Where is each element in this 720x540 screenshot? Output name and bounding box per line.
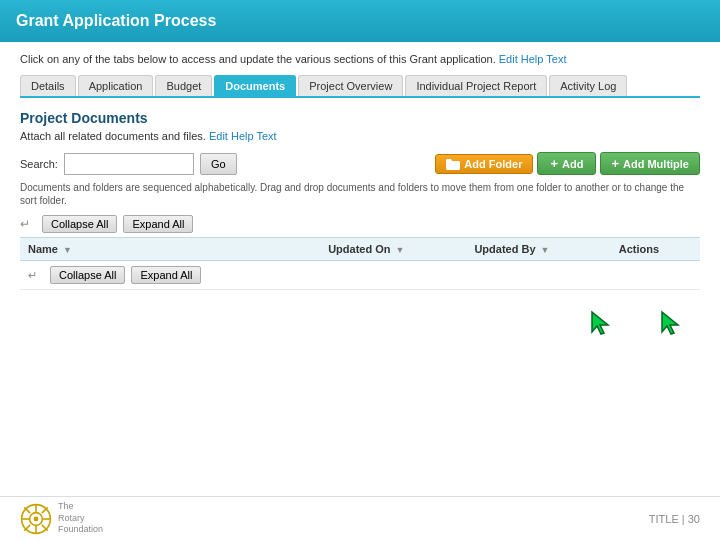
expand-all-button-row[interactable]: Expand All (131, 266, 201, 284)
add-folder-button[interactable]: Add Folder (435, 154, 533, 175)
page-title: Grant Application Process (16, 12, 216, 30)
tab-project-overview[interactable]: Project Overview (298, 75, 403, 96)
tab-navigation: Details Application Budget Documents Pro… (20, 75, 700, 98)
col-updated-on[interactable]: Updated On ▼ (320, 238, 466, 261)
add-multiple-icon: + (611, 156, 619, 171)
search-left: Search: Go (20, 153, 237, 175)
expand-all-button-top[interactable]: Expand All (123, 215, 193, 233)
add-icon: + (550, 156, 558, 171)
tab-budget[interactable]: Budget (155, 75, 212, 96)
drag-note: Documents and folders are sequenced alph… (20, 181, 700, 207)
col-actions: Actions (611, 238, 700, 261)
updated-on-sort-icon: ▼ (396, 245, 405, 255)
documents-table: Name ▼ Updated On ▼ Updated By ▼ Actions (20, 237, 700, 290)
collapse-row-top: ↵ Collapse All Expand All (20, 215, 700, 233)
collapse-all-button-row[interactable]: Collapse All (50, 266, 125, 284)
section-subtitle: Attach all related documents and files. … (20, 130, 700, 142)
tab-individual-project-report[interactable]: Individual Project Report (405, 75, 547, 96)
col-updated-by[interactable]: Updated By ▼ (466, 238, 610, 261)
table-row: ↵ Collapse All Expand All (20, 261, 700, 290)
footer: The Rotary Foundation TITLE | 30 (0, 496, 720, 540)
page-header: Grant Application Process (0, 0, 720, 42)
rotary-logo: The Rotary Foundation (20, 501, 103, 536)
slide-number: TITLE | 30 (649, 513, 700, 525)
instruction-edit-link[interactable]: Edit Help Text (499, 53, 567, 65)
tab-activity-log[interactable]: Activity Log (549, 75, 627, 96)
tab-application[interactable]: Application (78, 75, 154, 96)
col-name[interactable]: Name ▼ (20, 238, 320, 261)
svg-point-2 (34, 516, 39, 521)
section-title: Project Documents (20, 110, 700, 126)
collapse-all-button-top[interactable]: Collapse All (42, 215, 117, 233)
action-buttons: Add Folder + Add + Add Multiple (435, 152, 700, 175)
indent-icon: ↵ (20, 217, 36, 231)
go-button[interactable]: Go (200, 153, 237, 175)
tab-details[interactable]: Details (20, 75, 76, 96)
row-indent-icon: ↵ (28, 269, 44, 282)
section-edit-link[interactable]: Edit Help Text (209, 130, 277, 142)
rotary-wheel-icon (20, 503, 52, 535)
add-multiple-button[interactable]: + Add Multiple (600, 152, 700, 175)
search-row: Search: Go Add Folder + Add + Add Multip… (20, 152, 700, 175)
add-button[interactable]: + Add (537, 152, 596, 175)
updated-by-sort-icon: ▼ (541, 245, 550, 255)
search-label: Search: (20, 158, 58, 170)
folder-icon (446, 158, 460, 171)
tab-documents[interactable]: Documents (214, 75, 296, 96)
main-content: Click on any of the tabs below to access… (0, 42, 720, 496)
instruction-text: Click on any of the tabs below to access… (20, 52, 700, 67)
rotary-text: The Rotary Foundation (58, 501, 103, 536)
search-input[interactable] (64, 153, 194, 175)
name-sort-icon: ▼ (63, 245, 72, 255)
